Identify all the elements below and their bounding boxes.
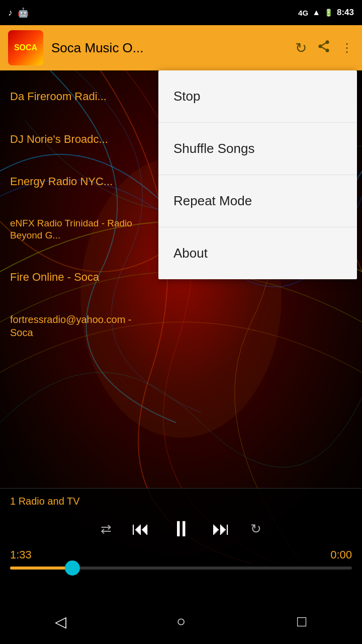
time-row: 1:33 0:00 — [10, 548, 352, 561]
list-item[interactable]: eNFX Radio Trinidad - Radio Beyond G... — [0, 203, 156, 256]
time-elapsed: 1:33 — [10, 548, 32, 561]
time-remaining: 0:00 — [330, 548, 352, 561]
now-playing-label: 1 Radio and TV — [10, 496, 352, 507]
player-controls: ⇄ ⏮ ⏸ ⏭ ↻ — [10, 516, 352, 541]
android-icon: 🤖 — [18, 7, 29, 18]
recents-button[interactable]: □ — [287, 606, 317, 636]
list-item[interactable]: DJ Norie's Broadc... — [0, 118, 156, 161]
next-button[interactable]: ⏭ — [212, 518, 230, 539]
svg-point-2 — [326, 48, 329, 52]
time-label: 8:43 — [337, 8, 354, 18]
list-item[interactable]: fortressradio@yahoo.com - Soca — [0, 299, 156, 353]
app-logo: soca — [8, 30, 43, 65]
svg-point-0 — [326, 40, 329, 44]
station-list: Da Fireroom Radi... DJ Norie's Broadc...… — [0, 70, 156, 358]
progress-bar[interactable] — [10, 567, 352, 570]
list-item[interactable]: Fire Online - Soca — [0, 256, 156, 299]
music-note-icon: ♪ — [8, 8, 13, 18]
shuffle-player-icon[interactable]: ⇄ — [101, 521, 112, 537]
logo-text: soca — [14, 43, 37, 52]
dropdown-menu: Stop Shuffle Songs Repeat Mode About — [158, 70, 357, 279]
back-button[interactable]: ◁ — [45, 606, 75, 636]
pause-button[interactable]: ⏸ — [170, 516, 192, 541]
progress-dot[interactable] — [65, 560, 80, 576]
share-button[interactable] — [317, 39, 331, 57]
list-item[interactable]: Energy Radio NYC... — [0, 160, 156, 203]
home-button[interactable]: ○ — [166, 606, 196, 636]
previous-button[interactable]: ⏮ — [132, 518, 150, 539]
svg-line-4 — [322, 43, 326, 45]
app-title: Soca Music O... — [51, 40, 295, 56]
logo-inner: soca — [8, 30, 43, 65]
toolbar: soca Soca Music O... ↻ ⋮ — [0, 25, 362, 70]
progress-fill — [10, 567, 71, 570]
toolbar-actions: ↻ ⋮ — [295, 39, 354, 57]
menu-item-repeat[interactable]: Repeat Mode — [158, 175, 357, 227]
more-options-button[interactable]: ⋮ — [341, 41, 354, 55]
status-bar: ♪ 🤖 4G ▲ 🔋 8:43 — [0, 0, 362, 25]
network-label: 4G — [298, 9, 308, 17]
status-bar-right: 4G ▲ 🔋 8:43 — [298, 8, 354, 18]
player-bar: 1 Radio and TV ⇄ ⏮ ⏸ ⏭ ↻ 1:33 0:00 — [0, 488, 362, 599]
menu-item-shuffle[interactable]: Shuffle Songs — [158, 123, 357, 175]
svg-line-3 — [322, 47, 326, 49]
nav-bar: ◁ ○ □ — [0, 599, 362, 644]
signal-icon: ▲ — [312, 8, 320, 17]
svg-point-1 — [319, 44, 322, 48]
menu-item-about[interactable]: About — [158, 227, 357, 279]
repeat-player-icon[interactable]: ↻ — [250, 521, 261, 537]
battery-icon: 🔋 — [324, 9, 333, 17]
status-bar-left: ♪ 🤖 — [8, 7, 29, 18]
list-item[interactable]: Da Fireroom Radi... — [0, 75, 156, 118]
refresh-button[interactable]: ↻ — [295, 40, 307, 56]
menu-item-stop[interactable]: Stop — [158, 70, 357, 123]
